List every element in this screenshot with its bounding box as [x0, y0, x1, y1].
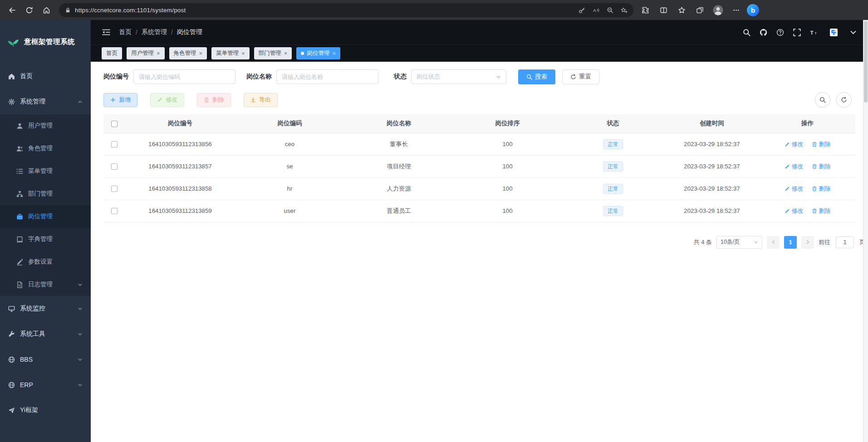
- export-button[interactable]: 导出: [244, 93, 278, 107]
- row-delete-link[interactable]: 删除: [812, 162, 831, 171]
- collapse-sidebar-icon[interactable]: [102, 29, 111, 36]
- row-checkbox[interactable]: [111, 186, 118, 192]
- chevron-down-icon: [78, 383, 83, 388]
- book-icon: [16, 236, 23, 243]
- page-size-select[interactable]: 10条/页: [716, 236, 762, 249]
- browser-profile-button[interactable]: [711, 3, 726, 18]
- sidebar-item-system-monitor[interactable]: 系统监控: [0, 296, 91, 321]
- sidebar-item-bbs[interactable]: BBS: [0, 347, 91, 372]
- copilot-button[interactable]: b: [747, 4, 759, 16]
- tab-post-management[interactable]: 岗位管理×: [296, 47, 340, 59]
- close-icon[interactable]: ×: [284, 50, 288, 57]
- reset-button[interactable]: 重置: [562, 69, 599, 84]
- sidebar-item-home[interactable]: 首页: [0, 64, 91, 89]
- delete-button-label: 删除: [212, 96, 224, 104]
- close-icon[interactable]: ×: [199, 50, 203, 57]
- close-icon[interactable]: ×: [241, 50, 245, 57]
- tab-home[interactable]: 首页: [102, 47, 122, 59]
- zoom-out-icon[interactable]: [607, 7, 613, 14]
- split-screen-icon: [660, 6, 667, 14]
- breadcrumb-home[interactable]: 首页: [119, 28, 132, 36]
- current-page-button[interactable]: 1: [784, 236, 797, 249]
- home-button[interactable]: [38, 2, 54, 18]
- sidebar-item-system-management[interactable]: 系统管理: [0, 89, 91, 114]
- send-icon: [8, 407, 15, 414]
- tab-user-management[interactable]: 用户管理×: [127, 47, 165, 59]
- tab-dept-management[interactable]: 部门管理×: [254, 47, 292, 59]
- row-checkbox[interactable]: [111, 163, 118, 170]
- help-icon[interactable]: [776, 29, 784, 36]
- prev-page-button[interactable]: [767, 236, 780, 249]
- sidebar-item-system-tools[interactable]: 系统工具: [0, 321, 91, 347]
- favorites-button[interactable]: [674, 3, 689, 18]
- search-button[interactable]: 搜索: [518, 69, 555, 84]
- back-button[interactable]: [4, 2, 20, 18]
- add-button-label: 新增: [119, 96, 131, 104]
- fullscreen-icon[interactable]: [793, 29, 801, 36]
- row-checkbox-cell: [103, 155, 125, 177]
- row-delete-link[interactable]: 删除: [812, 207, 831, 215]
- scrollbar-thumb[interactable]: [864, 21, 868, 103]
- row-edit-link[interactable]: 修改: [785, 140, 804, 148]
- add-button[interactable]: 新增: [103, 93, 137, 107]
- row-delete-link[interactable]: 删除: [812, 140, 831, 148]
- toggle-search-button[interactable]: [815, 92, 830, 108]
- read-aloud-icon[interactable]: A: [593, 7, 599, 14]
- post-sort-cell: 100: [453, 133, 562, 155]
- add-favorite-icon[interactable]: [621, 7, 628, 14]
- tab-menu-management[interactable]: 菜单管理×: [211, 47, 250, 59]
- sidebar-item-yi-framework[interactable]: Yi框架: [0, 398, 91, 423]
- split-screen-button[interactable]: [656, 3, 671, 18]
- extensions-button[interactable]: [638, 3, 653, 18]
- status-select[interactable]: 岗位状态: [411, 69, 506, 84]
- refresh-table-button[interactable]: [836, 92, 852, 108]
- breadcrumb-system[interactable]: 系统管理: [142, 28, 167, 36]
- close-icon[interactable]: ×: [157, 50, 160, 57]
- delete-button[interactable]: 删除: [197, 93, 231, 107]
- row-edit-link[interactable]: 修改: [785, 185, 804, 193]
- post-name-input[interactable]: [276, 69, 378, 84]
- font-size-icon[interactable]: TT: [810, 29, 818, 36]
- page-content: 岗位编号 岗位名称 状态 岗位状态 搜索: [91, 62, 868, 442]
- tab-role-management[interactable]: 角色管理×: [169, 47, 207, 59]
- avatar-dropdown-icon[interactable]: [849, 29, 857, 36]
- password-key-icon[interactable]: [579, 7, 585, 14]
- edit-icon: [785, 186, 790, 192]
- select-all-checkbox[interactable]: [111, 121, 118, 127]
- address-bar[interactable]: https://ccnetcore.com:1101/system/post A: [59, 3, 633, 17]
- close-icon[interactable]: ×: [332, 50, 336, 57]
- user-avatar[interactable]: [827, 25, 840, 39]
- table-row: 1641030593112313859user普通员工100正常2023-03-…: [103, 200, 855, 222]
- globe-icon: [8, 382, 15, 388]
- goto-page-input[interactable]: [836, 236, 854, 248]
- sidebar-item-post-management[interactable]: 岗位管理: [0, 205, 91, 228]
- collections-button[interactable]: [692, 3, 707, 18]
- chevron-up-icon: [78, 99, 83, 104]
- sidebar-item-erp[interactable]: ERP: [0, 372, 91, 398]
- sidebar-item-dict-management[interactable]: 字典管理: [0, 228, 91, 250]
- column-header: 创建时间: [664, 114, 760, 133]
- sidebar-item-dept-management[interactable]: 部门管理: [0, 182, 91, 205]
- post-code-label: 岗位编号: [103, 73, 129, 81]
- row-edit-link[interactable]: 修改: [785, 162, 804, 171]
- post-code-input[interactable]: [133, 69, 235, 84]
- post-sort-cell: 100: [453, 155, 562, 177]
- search-icon[interactable]: [743, 29, 750, 36]
- row-delete-link[interactable]: 删除: [812, 185, 831, 193]
- github-icon[interactable]: [760, 29, 767, 36]
- url-text: https://ccnetcore.com:1101/system/post: [75, 7, 186, 14]
- edit-button[interactable]: 修改: [150, 93, 184, 107]
- row-checkbox[interactable]: [111, 141, 118, 147]
- page-scrollbar[interactable]: [863, 20, 868, 442]
- browser-menu-button[interactable]: [729, 3, 744, 18]
- sidebar-item-log-management[interactable]: 日志管理: [0, 273, 91, 296]
- refresh-button[interactable]: [21, 2, 37, 18]
- sidebar-item-user-management[interactable]: 用户管理: [0, 114, 91, 137]
- next-page-button[interactable]: [801, 236, 814, 249]
- row-checkbox[interactable]: [111, 208, 118, 214]
- row-edit-link[interactable]: 修改: [785, 207, 804, 215]
- sidebar-item-role-management[interactable]: 角色管理: [0, 137, 91, 160]
- sidebar-item-param-settings[interactable]: 参数设置: [0, 250, 91, 273]
- export-button-label: 导出: [259, 96, 271, 104]
- sidebar-item-menu-management[interactable]: 菜单管理: [0, 160, 91, 182]
